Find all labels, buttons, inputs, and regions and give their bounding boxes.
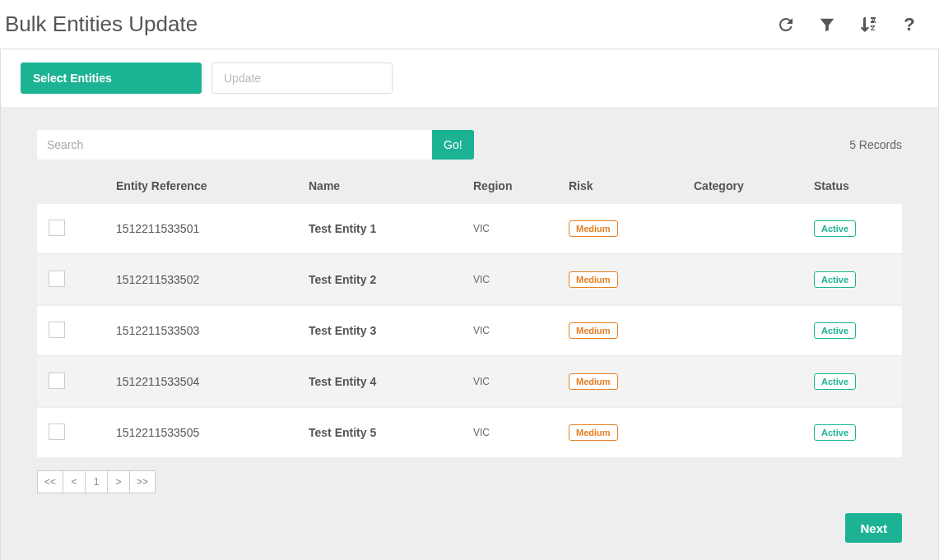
cell-risk: Medium (569, 373, 694, 390)
cell-entity-reference: 1512211533505 (116, 426, 309, 439)
entities-table: Entity Reference Name Region Risk Catego… (37, 168, 902, 457)
cell-name: Test Entity 5 (309, 426, 473, 439)
cell-region: VIC (473, 274, 569, 285)
cell-status: Active (814, 322, 902, 339)
footer-row: << < 1 > >> (37, 470, 902, 493)
records-count: 5 Records (849, 138, 902, 151)
cell-name: Test Entity 2 (309, 273, 473, 286)
table-header: Entity Reference Name Region Risk Catego… (37, 168, 902, 204)
risk-badge: Medium (569, 271, 618, 288)
cell-status: Active (814, 424, 902, 441)
cell-entity-reference: 1512211533502 (116, 273, 309, 286)
cell-checkbox (37, 220, 116, 238)
cell-region: VIC (473, 427, 569, 438)
page-next-button[interactable]: > (107, 470, 130, 493)
table-body: 1512211533501Test Entity 1VICMediumActiv… (37, 204, 902, 457)
cell-entity-reference: 1512211533503 (116, 324, 309, 337)
cell-status: Active (814, 373, 902, 390)
cell-risk: Medium (569, 220, 694, 237)
table-row: 1512211533502Test Entity 2VICMediumActiv… (37, 255, 902, 304)
status-badge: Active (814, 271, 856, 288)
status-badge: Active (814, 373, 856, 390)
cell-entity-reference: 1512211533504 (116, 375, 309, 388)
col-checkbox (37, 179, 116, 192)
row-checkbox[interactable] (49, 220, 65, 236)
risk-badge: Medium (569, 220, 618, 237)
status-badge: Active (814, 220, 856, 237)
sort-icon[interactable]: AZ (858, 15, 878, 35)
risk-badge: Medium (569, 373, 618, 390)
svg-text:Z: Z (871, 24, 876, 32)
next-button[interactable]: Next (845, 513, 902, 543)
col-category: Category (694, 179, 814, 192)
table-row: 1512211533504Test Entity 4VICMediumActiv… (37, 357, 902, 406)
page-header: Bulk Entities Update AZ ? (0, 0, 939, 49)
cell-status: Active (814, 220, 902, 237)
cell-name: Test Entity 1 (309, 222, 473, 235)
cell-entity-reference: 1512211533501 (116, 222, 309, 235)
cell-name: Test Entity 4 (309, 375, 473, 388)
risk-badge: Medium (569, 322, 618, 339)
row-checkbox[interactable] (49, 423, 65, 440)
pagination: << < 1 > >> (37, 470, 156, 493)
status-badge: Active (814, 424, 856, 441)
cell-risk: Medium (569, 424, 694, 441)
col-name: Name (309, 179, 473, 192)
header-toolbar: AZ ? (776, 15, 919, 35)
col-region: Region (473, 179, 569, 192)
page-title: Bulk Entities Update (5, 12, 198, 37)
status-badge: Active (814, 322, 856, 339)
help-icon[interactable]: ? (899, 15, 919, 35)
go-button[interactable]: Go! (432, 130, 474, 160)
content-panel: Go! 5 Records Entity Reference Name Regi… (21, 107, 918, 559)
cell-checkbox (37, 373, 116, 391)
col-entity-reference: Entity Reference (116, 179, 309, 192)
row-checkbox[interactable] (49, 271, 65, 287)
cell-region: VIC (473, 376, 569, 387)
cell-checkbox (37, 271, 116, 289)
cell-checkbox (37, 423, 116, 442)
table-row: 1512211533503Test Entity 3VICMediumActiv… (37, 306, 902, 355)
filter-icon[interactable] (817, 15, 837, 35)
row-checkbox[interactable] (49, 373, 65, 389)
body: Select Entities Update Go! 5 Records Ent… (0, 49, 939, 560)
page-prev-button[interactable]: < (63, 470, 86, 493)
page-number[interactable]: 1 (85, 470, 108, 493)
page-first-button[interactable]: << (37, 470, 63, 493)
page-last-button[interactable]: >> (129, 470, 156, 493)
cell-checkbox (37, 322, 116, 340)
cell-status: Active (814, 271, 902, 288)
col-status: Status (814, 179, 902, 192)
cell-region: VIC (473, 325, 569, 336)
cell-risk: Medium (569, 322, 694, 339)
table-row: 1512211533501Test Entity 1VICMediumActiv… (37, 204, 902, 253)
cell-risk: Medium (569, 271, 694, 288)
search-input[interactable] (37, 130, 432, 160)
tab-update[interactable]: Update (212, 62, 393, 94)
table-row: 1512211533505Test Entity 5VICMediumActiv… (37, 408, 902, 457)
search-group: Go! (37, 130, 474, 160)
refresh-icon[interactable] (776, 15, 796, 35)
search-row: Go! 5 Records (37, 130, 902, 160)
row-checkbox[interactable] (49, 322, 65, 338)
cell-name: Test Entity 3 (309, 324, 473, 337)
risk-badge: Medium (569, 424, 618, 441)
cell-region: VIC (473, 223, 569, 234)
tabs: Select Entities Update (1, 49, 938, 107)
tab-select-entities[interactable]: Select Entities (21, 62, 202, 94)
col-risk: Risk (569, 179, 694, 192)
